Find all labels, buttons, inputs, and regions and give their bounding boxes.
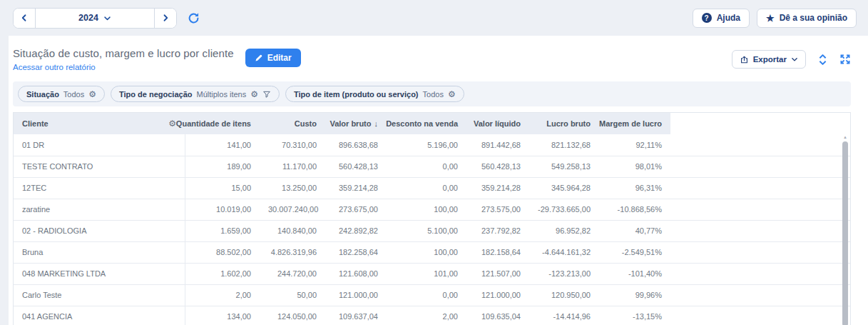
column-label: Valor bruto bbox=[330, 119, 371, 128]
chevron-right-icon bbox=[161, 14, 170, 22]
cell-filler bbox=[670, 156, 850, 177]
filter-bar: Situação Todos ⚙ Tipo de negociação Múlt… bbox=[13, 81, 851, 106]
table-row[interactable]: zaratine10.019,0030.007.240,00273.675,00… bbox=[14, 199, 850, 220]
cell-value: -123.213,00 bbox=[529, 263, 599, 284]
table-row[interactable]: Bruna88.502,004.826.319,96182.258,64100,… bbox=[14, 241, 850, 263]
cell-value: 182.158,64 bbox=[466, 241, 529, 263]
export-icon bbox=[740, 55, 749, 64]
column-label: Custo bbox=[295, 119, 317, 128]
next-period-button[interactable] bbox=[155, 9, 176, 28]
year-dropdown[interactable]: 2024 bbox=[35, 9, 155, 28]
scroll-up-arrow-icon[interactable]: ▲ bbox=[842, 135, 848, 139]
cell-value: 244.720,00 bbox=[260, 263, 325, 284]
sort-descending-icon[interactable]: ↓ bbox=[374, 119, 379, 128]
filter-tipo-negociacao[interactable]: Tipo de negociação Múltiplos itens ⚙ bbox=[111, 86, 280, 102]
cell-filler bbox=[670, 177, 850, 199]
cell-value: 1.659,00 bbox=[185, 220, 260, 241]
top-bar: 2024 ? Ajuda ★ Dê a sua opinião bbox=[0, 0, 868, 36]
gear-icon[interactable]: ⚙ bbox=[88, 90, 96, 99]
cell-value: 92,11% bbox=[599, 134, 670, 156]
cell-value: 13.250,00 bbox=[260, 177, 325, 199]
cell-value: 98,01% bbox=[599, 156, 670, 177]
cell-value: 120.950,00 bbox=[529, 284, 599, 306]
cell-value: 134,00 bbox=[185, 306, 260, 325]
column-header-valor-bruto[interactable]: Valor bruto↓ bbox=[325, 113, 387, 134]
cell-value: 5.100,00 bbox=[387, 220, 466, 241]
cell-value: 30.007.240,00 bbox=[260, 199, 325, 220]
cell-value: 0,00 bbox=[387, 177, 466, 199]
filter-label: Situação bbox=[26, 90, 59, 99]
feedback-button[interactable]: ★ Dê a sua opinião bbox=[757, 9, 857, 28]
cell-value: 821.132,68 bbox=[529, 134, 599, 156]
refresh-button[interactable] bbox=[187, 11, 200, 25]
cell-filler bbox=[670, 284, 850, 306]
cell-value: 101,00 bbox=[387, 263, 466, 284]
cell-value: 549.258,13 bbox=[529, 156, 599, 177]
cell-value: 109.637,04 bbox=[325, 306, 387, 325]
switch-report-link[interactable]: Acessar outro relatório bbox=[13, 63, 96, 71]
cell-value: 10.019,00 bbox=[185, 199, 260, 220]
export-button[interactable]: Exportar bbox=[732, 50, 806, 69]
edit-button[interactable]: Editar bbox=[245, 49, 301, 67]
column-header-valor-l-quido[interactable]: Valor líquido bbox=[466, 113, 529, 134]
vertical-scrollbar[interactable]: ▲ bbox=[842, 136, 848, 325]
filter-label: Tipo de negociação bbox=[119, 90, 193, 99]
cell-value: 560.428,13 bbox=[325, 156, 387, 177]
table-row[interactable]: 041 AGENCIA134,00124.050,00109.637,042,0… bbox=[14, 306, 850, 325]
column-header-margem-de-lucro[interactable]: Margem de lucro bbox=[599, 113, 670, 134]
column-header-desconto-na-venda[interactable]: Desconto na venda bbox=[387, 113, 466, 134]
cell-value: 121.000,00 bbox=[325, 284, 387, 306]
cell-value: 140.840,00 bbox=[260, 220, 325, 241]
cell-value: -10.868,56% bbox=[599, 199, 670, 220]
cell-value: 141,00 bbox=[185, 134, 260, 156]
help-button[interactable]: ? Ajuda bbox=[693, 9, 750, 28]
fullscreen-button[interactable] bbox=[839, 54, 851, 65]
cell-value: 560.428,13 bbox=[466, 156, 529, 177]
report-table-wrap: Cliente⚙Quantidade de itensCustoValor br… bbox=[13, 112, 851, 325]
previous-period-button[interactable] bbox=[14, 9, 35, 28]
gear-icon[interactable]: ⚙ bbox=[250, 90, 258, 99]
filter-label: Tipo de item (produto ou serviço) bbox=[294, 90, 419, 99]
help-label: Ajuda bbox=[717, 13, 740, 23]
edit-label: Editar bbox=[267, 53, 292, 63]
cell-value: 237.792,82 bbox=[466, 220, 529, 241]
column-header-lucro-bruto[interactable]: Lucro bruto bbox=[529, 113, 599, 134]
table-row[interactable]: 048 MARKETING LTDA1.602,00244.720,00121.… bbox=[14, 263, 850, 284]
feedback-label: Dê a sua opinião bbox=[780, 13, 847, 23]
table-row[interactable]: 12TEC15,0013.250,00359.214,280,00359.214… bbox=[14, 177, 850, 199]
cell-cliente: 041 AGENCIA bbox=[14, 306, 185, 325]
column-header-quantidade-de-itens[interactable]: Quantidade de itens bbox=[185, 113, 260, 134]
cell-value: 40,77% bbox=[599, 220, 670, 241]
column-header-filler bbox=[670, 113, 850, 134]
cell-cliente: Carlo Teste bbox=[14, 284, 185, 306]
cell-value: 96.952,82 bbox=[529, 220, 599, 241]
table-header: Cliente⚙Quantidade de itensCustoValor br… bbox=[14, 113, 850, 134]
filter-value: Todos bbox=[63, 90, 84, 99]
scrollbar-thumb[interactable] bbox=[842, 141, 848, 325]
swap-vertical-icon bbox=[817, 54, 828, 66]
cell-value: 345.964,28 bbox=[529, 177, 599, 199]
cell-filler bbox=[670, 134, 850, 156]
cell-value: 88.502,00 bbox=[185, 241, 260, 263]
column-header-custo[interactable]: Custo bbox=[260, 113, 325, 134]
cell-value: 100,00 bbox=[387, 199, 466, 220]
column-settings-gear-icon[interactable]: ⚙ bbox=[168, 119, 176, 129]
filter-situacao[interactable]: Situação Todos ⚙ bbox=[18, 86, 105, 102]
table-row[interactable]: TESTE CONTRATO189,0011.170,00560.428,130… bbox=[14, 156, 850, 177]
table-row[interactable]: 02 - RADIOLOGIA1.659,00140.840,00242.892… bbox=[14, 220, 850, 241]
swap-sort-button[interactable] bbox=[817, 54, 828, 66]
topbar-right-actions: ? Ajuda ★ Dê a sua opinião bbox=[693, 9, 857, 28]
cell-filler bbox=[670, 241, 850, 263]
gear-icon[interactable]: ⚙ bbox=[448, 90, 456, 99]
cell-value: 5.196,00 bbox=[387, 134, 466, 156]
column-header-cliente[interactable]: Cliente⚙ bbox=[14, 113, 185, 134]
filter-tipo-item[interactable]: Tipo de item (produto ou serviço) Todos … bbox=[285, 86, 464, 102]
cell-value: 121.608,00 bbox=[325, 263, 387, 284]
table-row[interactable]: Carlo Teste2,0050,00121.000,000,00121.00… bbox=[14, 284, 850, 306]
funnel-icon[interactable] bbox=[262, 90, 271, 99]
cell-value: -14.414,96 bbox=[529, 306, 599, 325]
cell-cliente: 12TEC bbox=[14, 177, 185, 199]
table-row[interactable]: 01 DR141,0070.310,00896.638,685.196,0089… bbox=[14, 134, 850, 156]
cell-cliente: zaratine bbox=[14, 199, 185, 220]
question-icon: ? bbox=[702, 13, 712, 23]
